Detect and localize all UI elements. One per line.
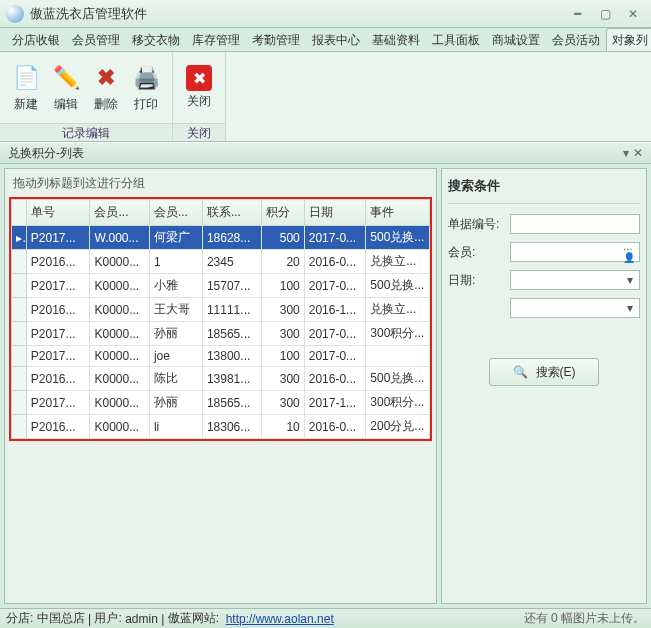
cell[interactable]: 200分兑... <box>366 415 430 439</box>
cell[interactable]: 2017-0... <box>304 322 366 346</box>
tab-2[interactable]: 移交衣物 <box>126 28 186 51</box>
date-from-input[interactable]: ▾ <box>510 270 640 290</box>
cell[interactable]: 1 <box>149 250 202 274</box>
cell[interactable]: P2017... <box>26 322 90 346</box>
cell[interactable]: 18565... <box>202 322 261 346</box>
table-row[interactable]: P2017...K0000...小雅15707...1002017-0...50… <box>12 274 430 298</box>
cell[interactable]: P2016... <box>26 250 90 274</box>
cell[interactable]: 300积分... <box>366 391 430 415</box>
tab-9[interactable]: 会员活动 <box>546 28 606 51</box>
cell[interactable]: 13981... <box>202 367 261 391</box>
tab-6[interactable]: 基础资料 <box>366 28 426 51</box>
cell[interactable]: 11111... <box>202 298 261 322</box>
cell[interactable]: 2016-0... <box>304 415 366 439</box>
cell[interactable]: 兑换立... <box>366 250 430 274</box>
member-picker-icon[interactable]: …👤 <box>623 241 637 263</box>
subheader-close-icon[interactable]: ✕ <box>633 146 643 160</box>
cell[interactable]: P2016... <box>26 415 90 439</box>
new-button[interactable]: 📄 新建 <box>6 57 46 119</box>
cell[interactable]: P2017... <box>26 226 90 250</box>
cell[interactable]: 2017-0... <box>304 346 366 367</box>
cell[interactable]: 孙丽 <box>149 391 202 415</box>
cell[interactable]: 18628... <box>202 226 261 250</box>
cell[interactable]: 小雅 <box>149 274 202 298</box>
table-row[interactable]: P2016...K0000...li18306...102016-0...200… <box>12 415 430 439</box>
cell[interactable] <box>366 346 430 367</box>
cell[interactable]: P2017... <box>26 274 90 298</box>
order-no-input[interactable] <box>510 214 640 234</box>
cell[interactable]: 500 <box>262 226 304 250</box>
table-row[interactable]: P2016...K0000...王大哥11111...3002016-1...兑… <box>12 298 430 322</box>
cell[interactable]: P2017... <box>26 391 90 415</box>
subheader-pin-icon[interactable]: ▾ <box>623 146 629 160</box>
cell[interactable]: 2017-0... <box>304 274 366 298</box>
cell[interactable]: 10 <box>262 415 304 439</box>
cell[interactable]: K0000... <box>90 346 149 367</box>
col-header-5[interactable]: 日期 <box>304 200 366 226</box>
cell[interactable]: 500兑换... <box>366 274 430 298</box>
cell[interactable]: K0000... <box>90 322 149 346</box>
group-by-hint[interactable]: 拖动列标题到这进行分组 <box>5 169 436 197</box>
cell[interactable]: 2345 <box>202 250 261 274</box>
cell[interactable]: joe <box>149 346 202 367</box>
table-row[interactable]: ▸P2017...W.000...何梁广18628...5002017-0...… <box>12 226 430 250</box>
cell[interactable]: K0000... <box>90 391 149 415</box>
tab-1[interactable]: 会员管理 <box>66 28 126 51</box>
cell[interactable]: W.000... <box>90 226 149 250</box>
col-header-0[interactable]: 单号 <box>26 200 90 226</box>
cell[interactable]: 20 <box>262 250 304 274</box>
chevron-down-icon[interactable]: ▾ <box>623 273 637 287</box>
cell[interactable]: 孙丽 <box>149 322 202 346</box>
date-to-input[interactable]: ▾ <box>510 298 640 318</box>
cell[interactable]: K0000... <box>90 367 149 391</box>
table-row[interactable]: P2017...K0000...孙丽18565...3002017-0...30… <box>12 322 430 346</box>
cell[interactable]: K0000... <box>90 250 149 274</box>
cell[interactable]: K0000... <box>90 274 149 298</box>
tab-10[interactable]: 对象列 <box>606 28 651 51</box>
tab-3[interactable]: 库存管理 <box>186 28 246 51</box>
member-input[interactable]: …👤 <box>510 242 640 262</box>
tab-5[interactable]: 报表中心 <box>306 28 366 51</box>
data-grid[interactable]: 单号会员...会员...联系...积分日期事件▸P2017...W.000...… <box>9 197 432 441</box>
tab-8[interactable]: 商城设置 <box>486 28 546 51</box>
cell[interactable]: 陈比 <box>149 367 202 391</box>
cell[interactable]: P2016... <box>26 367 90 391</box>
cell[interactable]: 100 <box>262 274 304 298</box>
cell[interactable]: 2016-1... <box>304 298 366 322</box>
tab-4[interactable]: 考勤管理 <box>246 28 306 51</box>
table-row[interactable]: P2017...K0000...joe13800...1002017-0... <box>12 346 430 367</box>
cell[interactable]: 300积分... <box>366 322 430 346</box>
cell[interactable]: 300 <box>262 391 304 415</box>
cell[interactable]: 2017-0... <box>304 226 366 250</box>
close-window-button[interactable]: ✕ <box>621 5 645 23</box>
cell[interactable]: 500兑换... <box>366 367 430 391</box>
cell[interactable]: 300 <box>262 322 304 346</box>
cell[interactable]: 500兑换... <box>366 226 430 250</box>
cell[interactable]: 300 <box>262 367 304 391</box>
site-link[interactable]: http://www.aolan.net <box>226 612 334 626</box>
cell[interactable]: 300 <box>262 298 304 322</box>
maximize-button[interactable]: ▢ <box>593 5 617 23</box>
search-button[interactable]: 🔍 搜索(E) <box>489 358 599 386</box>
cell[interactable]: P2016... <box>26 298 90 322</box>
delete-button[interactable]: ✖ 删除 <box>86 57 126 119</box>
print-button[interactable]: 🖨️ 打印 <box>126 57 166 119</box>
tab-7[interactable]: 工具面板 <box>426 28 486 51</box>
cell[interactable]: 2016-0... <box>304 250 366 274</box>
cell[interactable]: K0000... <box>90 415 149 439</box>
col-header-3[interactable]: 联系... <box>202 200 261 226</box>
cell[interactable]: 18306... <box>202 415 261 439</box>
table-row[interactable]: P2016...K0000...陈比13981...3002016-0...50… <box>12 367 430 391</box>
cell[interactable]: 2017-1... <box>304 391 366 415</box>
minimize-button[interactable]: ━ <box>565 5 589 23</box>
cell[interactable]: 13800... <box>202 346 261 367</box>
close-button[interactable]: ✖ 关闭 <box>179 57 219 119</box>
cell[interactable]: 18565... <box>202 391 261 415</box>
cell[interactable]: 15707... <box>202 274 261 298</box>
col-header-6[interactable]: 事件 <box>366 200 430 226</box>
col-header-4[interactable]: 积分 <box>262 200 304 226</box>
cell[interactable]: 2016-0... <box>304 367 366 391</box>
tab-0[interactable]: 分店收银 <box>6 28 66 51</box>
cell[interactable]: 兑换立... <box>366 298 430 322</box>
cell[interactable]: P2017... <box>26 346 90 367</box>
